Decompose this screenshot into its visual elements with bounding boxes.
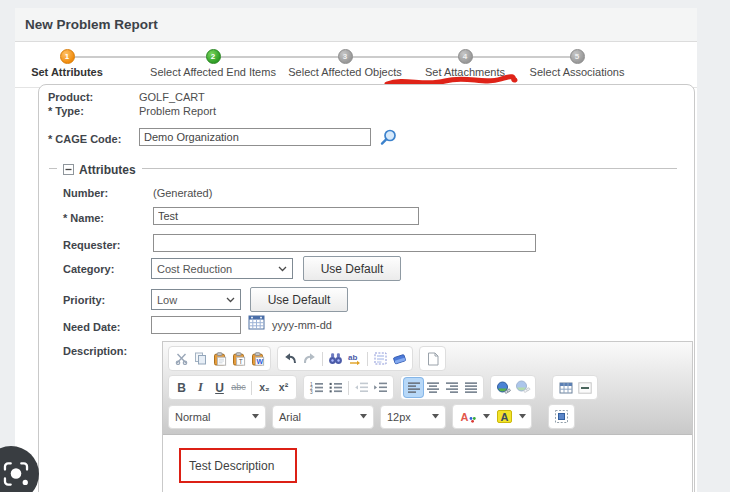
category-select-value: Cost Reduction (157, 263, 232, 275)
paragraph-format-select[interactable]: Normal (168, 405, 266, 429)
toolbar-group (400, 375, 484, 400)
align-center-icon[interactable] (423, 378, 442, 397)
align-justify-icon[interactable] (461, 378, 480, 397)
bold-icon[interactable]: B (172, 378, 191, 397)
link-icon[interactable] (494, 378, 513, 397)
paste-text-icon[interactable]: T (229, 349, 248, 368)
wizard-step-label-2[interactable]: Select Affected End Items (150, 66, 276, 78)
category-select[interactable]: Cost Reduction (151, 258, 293, 279)
svg-text:A: A (500, 411, 508, 423)
chevron-down-icon (278, 266, 287, 272)
chevron-down-icon (360, 414, 367, 419)
subscript-icon[interactable]: x₂ (255, 378, 274, 397)
wizard-step-circle-1[interactable]: 1 (60, 49, 75, 64)
wizard-step-label-1[interactable]: Set Attributes (31, 66, 103, 78)
indent-icon[interactable] (371, 378, 390, 397)
undo-icon[interactable] (281, 349, 300, 368)
replace-icon[interactable]: ab (345, 349, 364, 368)
camera-lens-icon (1, 459, 31, 489)
font-size-select[interactable]: 12px (380, 405, 446, 429)
description-editor: TWab BIUabcx₂x²123 Normal Arial 12px (162, 341, 693, 492)
select-all-icon[interactable] (371, 349, 390, 368)
horizontal-rule-icon[interactable] (575, 378, 594, 397)
font-family-select[interactable]: Arial (272, 405, 374, 429)
attributes-legend: Attributes (57, 161, 142, 179)
name-label: * Name: (63, 211, 104, 225)
collapse-icon[interactable] (63, 161, 74, 179)
requester-input[interactable] (153, 234, 536, 252)
text-color-icon[interactable]: A (456, 407, 480, 426)
number-value: (Generated) (153, 186, 212, 200)
unlink-icon[interactable] (513, 378, 532, 397)
wizard-step-circle-3[interactable]: 3 (338, 49, 353, 64)
calendar-icon[interactable] (248, 314, 265, 334)
page-title: New Problem Report (15, 8, 697, 42)
need-date-format-hint: yyyy-mm-dd (272, 318, 332, 332)
need-date-input[interactable] (151, 316, 241, 334)
toolbar-group (552, 375, 598, 400)
maximize-icon[interactable] (552, 407, 571, 426)
wizard-step-circle-2[interactable]: 2 (206, 49, 221, 64)
align-right-icon[interactable] (442, 378, 461, 397)
chevron-down-icon (252, 414, 259, 419)
paste-icon[interactable] (210, 349, 229, 368)
paragraph-format-value: Normal (175, 411, 210, 423)
wizard-steps: 1Set Attributes2Select Affected End Item… (15, 42, 697, 88)
chevron-down-icon (226, 297, 235, 303)
form-panel: Product: GOLF_CART * Type: Problem Repor… (38, 84, 695, 492)
toolbar-separator (322, 352, 323, 366)
copy-icon[interactable] (191, 349, 210, 368)
eraser-icon[interactable] (390, 349, 409, 368)
superscript-icon[interactable]: x² (274, 378, 293, 397)
bulleted-list-icon[interactable] (326, 378, 345, 397)
strikethrough-icon[interactable]: abc (229, 378, 248, 397)
paste-word-icon[interactable]: W (248, 349, 267, 368)
italic-icon[interactable]: I (191, 378, 210, 397)
type-value: Problem Report (139, 104, 216, 118)
font-family-value: Arial (279, 411, 301, 423)
attributes-legend-text: Attributes (79, 163, 136, 177)
type-label: * Type: (48, 104, 84, 118)
wizard-connector-line (67, 56, 577, 58)
priority-use-default-button[interactable]: Use Default (250, 287, 348, 312)
category-use-default-button[interactable]: Use Default (303, 256, 401, 281)
text-color-dropdown-icon[interactable] (480, 407, 492, 426)
align-left-icon[interactable] (404, 378, 423, 397)
number-label: Number: (63, 186, 108, 200)
toolbar-separator (251, 381, 252, 395)
table-icon[interactable] (556, 378, 575, 397)
editor-toolbar: TWab BIUabcx₂x²123 Normal Arial 12px (163, 342, 692, 435)
attributes-fieldset-line (49, 168, 677, 169)
editor-text: Test Description (181, 459, 274, 473)
highlight-color-icon[interactable]: A (492, 407, 516, 426)
svg-text:T: T (238, 357, 242, 364)
wizard-step-circle-4[interactable]: 4 (458, 49, 473, 64)
underline-icon[interactable]: U (210, 378, 229, 397)
need-date-label: Need Date: (63, 320, 120, 334)
search-icon[interactable] (379, 128, 398, 151)
red-box-annotation: Test Description (179, 448, 297, 483)
editor-content-area[interactable]: Test Description (163, 435, 692, 492)
toolbar-group: BIUabcx₂x² (168, 375, 297, 400)
cage-code-input[interactable] (139, 128, 371, 146)
toolbar-group (419, 346, 446, 371)
redo-icon[interactable] (300, 349, 319, 368)
priority-select[interactable]: Low (151, 289, 241, 310)
highlight-color-dropdown-icon[interactable] (516, 407, 528, 426)
cut-icon[interactable] (172, 349, 191, 368)
toolbar-group: 123 (303, 375, 394, 400)
priority-select-value: Low (157, 294, 177, 306)
find-icon[interactable] (326, 349, 345, 368)
outdent-icon[interactable] (352, 378, 371, 397)
toolbar-group (490, 375, 536, 400)
wizard-step-label-5[interactable]: Select Associations (530, 66, 625, 78)
name-input[interactable] (153, 207, 419, 225)
chevron-down-icon (432, 414, 439, 419)
numbered-list-icon[interactable]: 123 (307, 378, 326, 397)
wizard-step-circle-5[interactable]: 5 (570, 49, 585, 64)
new-page-icon[interactable] (423, 349, 442, 368)
description-label: Description: (63, 344, 127, 358)
problem-report-window: New Problem Report 1Set Attributes2Selec… (15, 8, 697, 492)
toolbar-separator (348, 381, 349, 395)
svg-text:3: 3 (310, 390, 313, 394)
